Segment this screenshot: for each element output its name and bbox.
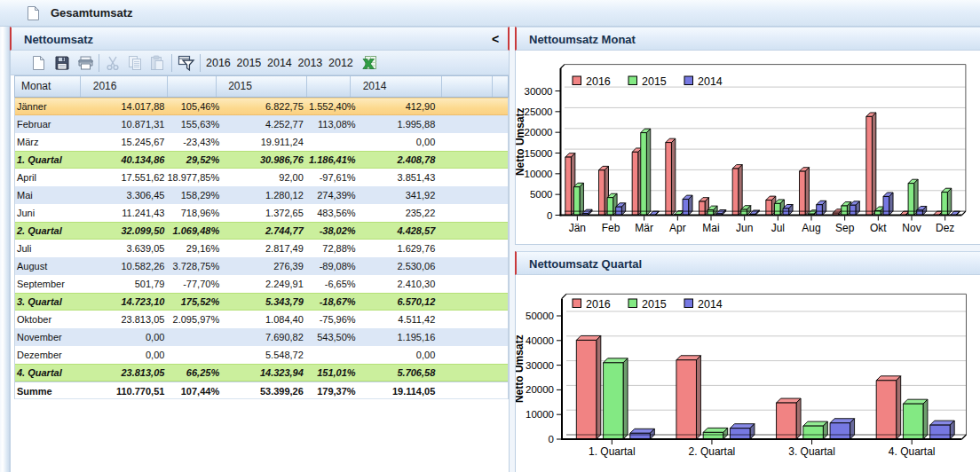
cut-button[interactable] — [105, 55, 121, 71]
year-button-2015[interactable]: 2015 — [237, 55, 262, 71]
table-row-j-nner[interactable]: Jänner14.017,88105,46%6.822,751.552,40%4… — [15, 98, 508, 115]
cell- — [491, 204, 508, 222]
column-header-blank-4[interactable] — [307, 76, 351, 97]
year-button-2013[interactable]: 2013 — [298, 55, 323, 71]
year-button-2016[interactable]: 2016 — [206, 55, 231, 71]
cell-p2015: 72,88% — [304, 240, 356, 257]
cell- — [491, 382, 508, 398]
svg-text:Jul: Jul — [771, 222, 785, 234]
collapse-panel-icon[interactable]: < — [488, 31, 502, 47]
cell-p2014 — [435, 223, 491, 239]
cell-p2015: 1.186,41% — [304, 152, 356, 168]
cell- — [491, 346, 508, 364]
table-row-mai[interactable]: Mai3.306,45158,29%1.280,12274,39%341,92 — [15, 186, 508, 204]
new-document-button[interactable] — [30, 55, 46, 71]
cell-p2016: 1.069,48% — [164, 223, 219, 239]
cell- — [491, 98, 508, 114]
column-header-blank-6[interactable] — [442, 76, 493, 97]
table-row-juni[interactable]: Juni11.241,43718,96%1.372,65483,56%235,2… — [15, 204, 508, 222]
row-label: Summe — [15, 382, 81, 398]
table-row-dezember[interactable]: Dezember0,005.548,720,00 — [15, 346, 508, 364]
row-label: Mai — [15, 186, 81, 204]
table-row-4-quartal[interactable]: 4. Quartal23.813,0566,25%14.323,94151,01… — [15, 364, 508, 382]
cell-p2016: -23,43% — [164, 133, 219, 151]
table-row-summe[interactable]: Summe110.770,51107,44%53.399,26179,37%19… — [15, 382, 508, 399]
column-header-blank-2[interactable] — [168, 76, 217, 97]
nettoumsatz-panel-body: 20162015201420132012 Monat201620152014 J… — [10, 51, 510, 472]
svg-text:Apr: Apr — [669, 222, 686, 234]
row-label: 3. Quartal — [15, 294, 81, 310]
cell-p2014 — [435, 169, 491, 186]
table-row-m-rz[interactable]: März15.245,67-23,43%19.911,240,00 — [15, 133, 508, 151]
cell-p2016: 107,44% — [164, 382, 219, 398]
table-row-juli[interactable]: Juli3.639,0529,16%2.817,4972,88%1.629,76 — [15, 240, 508, 257]
cell- — [491, 169, 508, 186]
cell-p2015: 1.552,40% — [304, 98, 356, 114]
quarter-chart-panel-body: 010000200003000040000500001. Quartal2. Q… — [515, 275, 980, 472]
table-row-1-quartal[interactable]: 1. Quartal40.134,8629,52%30.986,761.186,… — [15, 151, 508, 169]
cell-p2014 — [435, 186, 491, 204]
row-label: 2. Quartal — [15, 223, 81, 239]
cell-v2016: 110.770,51 — [81, 382, 165, 398]
year-button-2014[interactable]: 2014 — [267, 55, 292, 71]
cell- — [491, 311, 508, 328]
table-row-2-quartal[interactable]: 2. Quartal32.099,501.069,48%2.744,77-38,… — [15, 222, 508, 240]
row-label: Februar — [15, 115, 81, 133]
svg-text:50000: 50000 — [526, 311, 554, 321]
cell-p2016 — [164, 328, 219, 346]
row-label: Jänner — [15, 98, 81, 114]
copy-button[interactable] — [127, 55, 143, 71]
table-row-september[interactable]: September501,79-77,70%2.249,91-6,65%2.41… — [15, 275, 508, 293]
table-row-oktober[interactable]: Oktober23.813,052.095,97%1.084,40-75,96%… — [15, 311, 508, 328]
column-header-blank-7[interactable] — [493, 76, 508, 97]
save-button[interactable] — [54, 55, 70, 71]
table-row-august[interactable]: August10.582,263.728,75%276,39-89,08%2.5… — [15, 257, 508, 275]
row-label: Oktober — [15, 311, 81, 328]
svg-text:2014: 2014 — [698, 298, 723, 311]
svg-text:20000: 20000 — [526, 384, 554, 395]
cell-p2016: 29,52% — [164, 152, 219, 168]
svg-text:Okt: Okt — [870, 222, 887, 234]
filter-button[interactable] — [178, 55, 194, 71]
column-header-2016[interactable]: 2016 — [81, 76, 169, 97]
cell-p2016: 66,25% — [164, 365, 219, 381]
table-row-3-quartal[interactable]: 3. Quartal14.723,10175,52%5.343,79-18,67… — [15, 293, 508, 311]
table-row-april[interactable]: April17.551,6218.977,85%92,00-97,61%3.85… — [15, 169, 508, 186]
cell- — [491, 275, 508, 293]
cell-v2015: 30.986,76 — [219, 152, 304, 168]
svg-text:Mai: Mai — [702, 222, 719, 234]
cell-v2015: 19.911,24 — [219, 133, 304, 151]
excel-export-button[interactable] — [362, 55, 378, 71]
paste-button[interactable] — [149, 55, 165, 71]
svg-text:Jun: Jun — [736, 222, 753, 234]
svg-text:30000: 30000 — [525, 86, 553, 97]
svg-text:2015: 2015 — [642, 298, 667, 311]
column-header-2015[interactable]: 2015 — [217, 76, 307, 97]
print-button[interactable] — [77, 55, 93, 71]
svg-text:0: 0 — [549, 434, 554, 444]
cell-p2015: -97,61% — [304, 169, 356, 186]
cell-v2014: 412,90 — [356, 98, 436, 114]
cell-v2014: 19.114,05 — [356, 382, 436, 398]
cell-p2015: 113,08% — [304, 115, 356, 133]
table-row-november[interactable]: November0,007.690,82543,50%1.195,16 — [15, 328, 508, 346]
svg-text:15000: 15000 — [525, 148, 553, 159]
table-row-februar[interactable]: Februar10.871,31155,63%4.252,77113,08%1.… — [15, 115, 508, 133]
svg-text:3. Quartal: 3. Quartal — [788, 445, 835, 458]
cell-v2014: 1.995,88 — [356, 115, 436, 133]
cell-v2015: 276,39 — [219, 257, 304, 275]
svg-text:Sep: Sep — [835, 222, 855, 234]
cell-v2016: 23.813,05 — [81, 311, 165, 328]
table-body: Jänner14.017,88105,46%6.822,751.552,40%4… — [14, 98, 509, 399]
row-label: Dezember — [15, 346, 81, 364]
toolbar-separator — [200, 54, 201, 72]
year-button-2012[interactable]: 2012 — [328, 55, 353, 71]
column-header-monat[interactable]: Monat — [15, 76, 81, 97]
cell-p2015: 179,37% — [304, 382, 356, 398]
left-margin-strip — [0, 27, 10, 472]
toolbar-separator — [171, 54, 172, 72]
column-header-2014[interactable]: 2014 — [351, 76, 443, 97]
cell-v2015: 5.548,72 — [219, 346, 304, 364]
cell- — [491, 152, 508, 168]
cell-v2014: 4.428,57 — [356, 223, 436, 239]
